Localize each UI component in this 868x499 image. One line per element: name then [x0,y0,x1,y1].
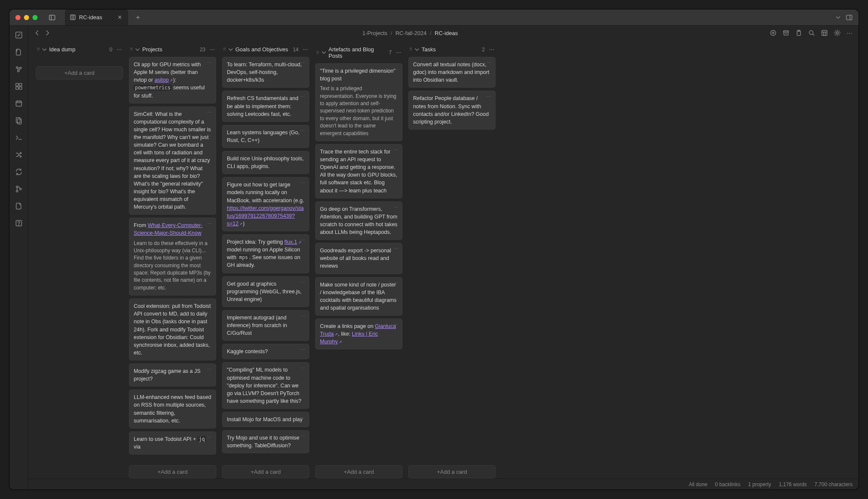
kanban-card[interactable]: ⋯Make some kind of note / poster / knowl… [315,277,402,316]
card-menu-button[interactable]: ⋯ [300,365,305,372]
kanban-card[interactable]: ⋯Refresh CS fundamentals and be able to … [222,91,309,121]
kanban-card[interactable]: ⋯"Compiling" ML models to optimised mach… [222,362,309,409]
kanban-card[interactable]: ⋯LLM-enhanced news feed based on RSS fro… [129,390,216,428]
lane-menu-button[interactable]: ⋯ [117,47,122,53]
add-card-button[interactable]: +Add a card [408,465,496,478]
kanban-card[interactable]: ⋯Get good at graphics programming (WebGL… [222,276,309,307]
card-menu-button[interactable]: ⋯ [300,237,305,244]
status-backlinks[interactable]: 0 backlinks [715,481,740,487]
card-menu-button[interactable]: ⋯ [300,347,305,354]
add-lane-button[interactable] [770,30,777,36]
lane-title[interactable]: Artefacts and Blog Posts [328,46,386,59]
search-icon[interactable] [808,30,815,36]
card-menu-button[interactable]: ⋯ [300,313,305,320]
card-menu-button[interactable]: ⋯ [487,94,492,100]
kanban-card[interactable]: ⋯Modify zigzag game as a JS project? [129,363,216,387]
kanban-card[interactable]: ⋯"Time is a privileged dimension" blog p… [315,63,402,141]
nav-back-button[interactable] [34,30,40,36]
breadcrumb-item[interactable]: 1-Projects [362,30,387,36]
kanban-card[interactable]: ⋯Refactor People database / notes from N… [408,91,496,130]
templates-icon[interactable] [13,115,25,127]
kanban-card[interactable]: ⋯Goodreads export -> personal website of… [315,243,402,274]
lane-title[interactable]: Tasks [422,46,479,53]
add-card-button[interactable]: +Add a card [129,465,216,478]
drag-handle-icon[interactable]: ⠿ [223,47,226,52]
card-menu-button[interactable]: ⋯ [300,279,305,286]
card-menu-button[interactable]: ⋯ [393,280,399,287]
close-tab-button[interactable]: ✕ [117,14,122,21]
lane-title[interactable]: Idea dump [49,46,107,53]
files-icon[interactable] [13,46,25,58]
card-menu-button[interactable]: ⋯ [207,434,212,441]
card-menu-button[interactable]: ⋯ [393,322,399,328]
shuffle-icon[interactable] [13,149,25,161]
card-menu-button[interactable]: ⋯ [207,366,212,373]
breadcrumb[interactable]: 1-Projects / RC-fall-2024 / RC-ideas [55,30,765,36]
right-sidebar-toggle-icon[interactable] [846,14,853,21]
lane-menu-button[interactable]: ⋯ [303,47,308,53]
chevron-down-icon[interactable] [42,47,47,52]
card-menu-button[interactable]: ⋯ [393,204,399,211]
card-menu-button[interactable]: ⋯ [393,147,399,154]
card-menu-button[interactable]: ⋯ [300,94,305,100]
kanban-card[interactable]: ⋯Learn to use Todoist API + jq via [129,431,216,455]
card-menu-button[interactable]: ⋯ [300,433,305,440]
quick-switcher-icon[interactable] [13,29,25,41]
settings-icon[interactable] [834,30,841,36]
help-icon[interactable] [13,217,25,229]
kanban-card[interactable]: ⋯Go deep on Transformers, Attention, and… [315,201,402,240]
new-tab-button[interactable]: + [136,14,140,21]
sync-icon[interactable] [13,166,25,178]
kanban-card[interactable]: ⋯To learn: Terraform, multi-cloud, DevOp… [222,57,309,88]
kanban-card[interactable]: ⋯Create a links page on Gianluca Truda↗,… [315,319,402,349]
status-chars[interactable]: 7,700 characters [815,481,853,487]
card-menu-button[interactable]: ⋯ [300,154,305,161]
kanban-card[interactable]: ⋯SimCell: What is the computational comp… [129,106,216,215]
kanban-card[interactable]: ⋯Cool extension: pull from Todoist API c… [129,298,216,360]
card-menu-button[interactable]: ⋯ [300,60,305,67]
sidebar-toggle-icon[interactable] [49,14,56,21]
drag-handle-icon[interactable]: ⠿ [130,47,133,52]
card-menu-button[interactable]: ⋯ [207,301,212,308]
add-card-button[interactable]: +Add a card [315,465,402,478]
command-palette-icon[interactable] [13,132,25,144]
kanban-card[interactable]: ⋯Convert all textual notes (docx, gdoc) … [408,57,496,88]
tab-dropdown-icon[interactable] [836,15,841,20]
card-menu-button[interactable]: ⋯ [300,180,305,187]
card-menu-button[interactable]: ⋯ [393,66,399,73]
minimize-window-button[interactable] [24,15,29,20]
drag-handle-icon[interactable]: ⠿ [37,47,40,52]
drag-handle-icon[interactable]: ⠿ [409,47,412,52]
kanban-card[interactable]: ⋯Learn systems languages (Go, Rust, C, C… [222,125,309,148]
daily-note-icon[interactable] [13,97,25,109]
drag-handle-icon[interactable]: ⠿ [316,50,319,55]
card-menu-button[interactable]: ⋯ [207,60,212,67]
kanban-card[interactable]: ⋯Try Mojo and use it to optimise somethi… [222,430,309,453]
chevron-down-icon[interactable] [415,47,419,52]
kanban-card[interactable]: ⋯Trace the entire tech stack for sending… [315,144,402,198]
canvas-icon[interactable] [13,80,25,92]
kanban-card[interactable]: ⋯From What-Every-Computer-Science-Major-… [129,218,216,295]
git-icon[interactable] [13,183,25,195]
card-menu-button[interactable]: ⋯ [207,393,212,399]
more-icon[interactable]: ⋯ [847,30,853,36]
card-menu-button[interactable]: ⋯ [207,221,212,227]
kanban-card[interactable]: ⋯Kaggle contests? [222,344,309,359]
view-mode-icon[interactable] [821,30,828,36]
note-icon[interactable] [13,200,25,212]
card-menu-button[interactable]: ⋯ [487,60,492,67]
close-window-button[interactable] [15,15,21,20]
card-menu-button[interactable]: ⋯ [300,415,305,422]
lane-menu-button[interactable]: ⋯ [396,50,402,56]
lane-menu-button[interactable]: ⋯ [210,47,215,53]
maximize-window-button[interactable] [32,15,38,20]
add-card-button[interactable]: +Add a card [222,465,309,478]
lane-title[interactable]: Projects [142,46,197,53]
tab-active[interactable]: RC-ideas ✕ [65,9,128,25]
clipboard-icon[interactable] [795,30,802,36]
card-menu-button[interactable]: ⋯ [300,128,305,135]
status-properties[interactable]: 1 property [748,481,771,487]
kanban-card[interactable]: ⋯Build nice Unix-philosophy tools, CLI a… [222,151,309,174]
chevron-down-icon[interactable] [135,47,140,52]
chevron-down-icon[interactable] [322,50,326,55]
